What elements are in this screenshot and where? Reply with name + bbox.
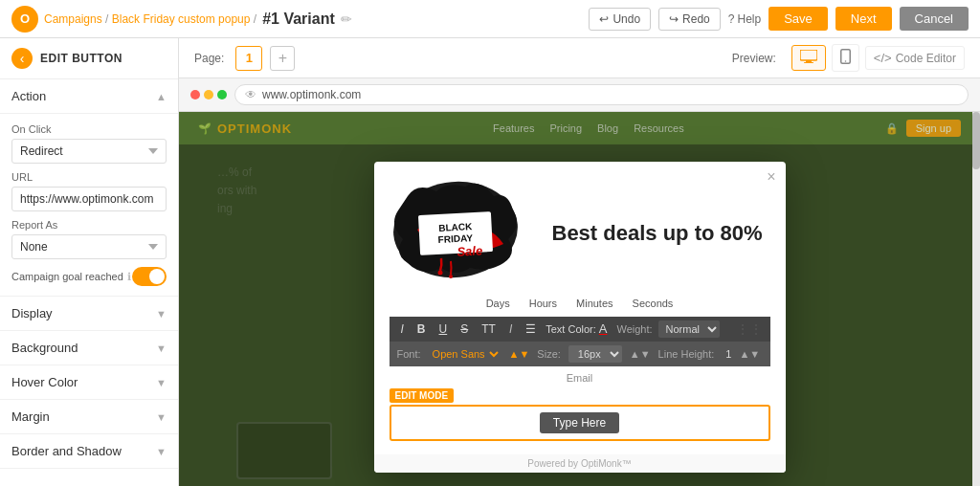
italic-button[interactable]: I [397, 321, 408, 337]
font-select[interactable]: Open Sans [429, 347, 501, 361]
dot-red [190, 90, 200, 99]
svg-point-11 [449, 275, 453, 278]
page-title-area: #1 Variant ✏ [262, 11, 352, 28]
breadcrumb: Campaigns / Black Friday custom popup / [44, 12, 256, 26]
popup-headline: Best deals up to 80% [552, 221, 763, 246]
code-editor-button[interactable]: </> Code Editor [865, 46, 965, 70]
timer-minutes: Minutes [576, 298, 613, 309]
tt-button[interactable]: TT [478, 321, 500, 337]
color-a-icon[interactable]: A [599, 321, 608, 336]
weight-label: Weight: [616, 323, 652, 335]
email-label: Email [390, 372, 770, 384]
line-height-value: 1 [725, 348, 731, 360]
svg-point-4 [845, 60, 847, 62]
desktop-preview-icon[interactable] [791, 45, 826, 71]
breadcrumb-campaigns[interactable]: Campaigns [44, 12, 102, 26]
italic2-button[interactable]: I [505, 321, 516, 337]
add-page-button[interactable]: + [270, 46, 295, 71]
section-border-shadow[interactable]: Border and Shadow ▼ [0, 434, 178, 469]
site-nav: 🌱 OPTIMONK Features Pricing Blog Resourc… [179, 112, 980, 144]
svg-point-10 [437, 270, 442, 275]
section-margin[interactable]: Margin ▼ [0, 400, 178, 434]
page-1-button[interactable]: 1 [235, 46, 262, 71]
info-icon[interactable]: ℹ [127, 271, 131, 283]
scroll-track[interactable] [972, 112, 980, 486]
popup-left: BLACK FRIDAY Sale [374, 162, 537, 298]
button-field[interactable]: Type Here [390, 405, 770, 441]
timer-hours: Hours [529, 298, 557, 309]
report-as-select[interactable]: None [11, 234, 167, 259]
chevron-down-icon: ▼ [156, 308, 167, 320]
size-select[interactable]: 16px [568, 345, 622, 363]
redo-button[interactable]: ↪ Redo [658, 8, 721, 31]
browser-dots [190, 90, 227, 99]
help-button[interactable]: ? Help [728, 12, 761, 26]
on-click-select[interactable]: Redirect [11, 139, 167, 164]
section-action[interactable]: Action ▲ [0, 79, 178, 114]
mobile-preview-icon[interactable] [832, 44, 859, 72]
help-icon: ? [728, 12, 735, 26]
edit-title-icon[interactable]: ✏ [341, 11, 352, 27]
breadcrumb-campaign-name[interactable]: Black Friday custom popup [112, 12, 251, 26]
svg-text:FRIDAY: FRIDAY [437, 232, 473, 245]
nav-link-pricing: Pricing [549, 122, 582, 134]
popup-overlay: × [179, 144, 980, 486]
popup-close-button[interactable]: × [767, 169, 775, 185]
avatar: O [11, 6, 38, 33]
timer-seconds: Seconds [633, 298, 674, 309]
weight-select[interactable]: Normal [658, 320, 720, 338]
site-logo-text: OPTIMONK [217, 122, 292, 136]
black-friday-badge: BLACK FRIDAY Sale [389, 177, 523, 282]
back-button[interactable]: ‹ [11, 48, 33, 69]
preview-icons: </> Code Editor [791, 44, 965, 72]
page-title: #1 Variant [262, 11, 335, 28]
url-input[interactable] [11, 187, 167, 211]
popup-top: BLACK FRIDAY Sale [374, 162, 786, 298]
site-logo-area: 🌱 OPTIMONK [198, 122, 292, 136]
save-button[interactable]: Save [768, 7, 828, 31]
svg-rect-2 [804, 62, 813, 63]
popup-right: Best deals up to 80% [537, 162, 786, 298]
font-label: Font: [397, 348, 421, 360]
text-color-label: Text Color: A [546, 321, 607, 336]
chevron-up-icon: ▲ [156, 91, 167, 102]
panel-title: EDIT BUTTON [40, 52, 122, 65]
text-toolbar: I B U S TT I ☰ Text Color: A [390, 317, 770, 342]
chevron-down-icon: ▼ [156, 342, 167, 354]
line-height-label: Line Height: [658, 348, 715, 360]
chevron-down-icon: ▼ [156, 411, 167, 423]
font-toolbar: Font: Open Sans ▲▼ Size: 16px [390, 342, 770, 366]
undo-icon: ↩ [599, 12, 609, 26]
on-click-label: On Click [11, 123, 167, 135]
browser-frame: 👁 www.optimonk.com 🌱 OPTIMONK Features P… [179, 78, 980, 486]
size-label: Size: [537, 348, 560, 360]
type-here-button[interactable]: Type Here [540, 412, 619, 433]
underline-button[interactable]: U [435, 321, 452, 337]
section-display[interactable]: Display ▼ [0, 297, 178, 331]
site-hero: St ers …% of ors with ing [179, 144, 980, 486]
nav-link-features: Features [493, 122, 534, 134]
campaign-goal-toggle[interactable] [132, 267, 167, 286]
popup-footer: Powered by OptiMonk™ [374, 454, 786, 473]
popup-bottom: Days Hours Minutes Seconds [374, 298, 786, 454]
nav-lock-icon: 🔒 [885, 122, 899, 135]
font-arrow-icon: ▲▼ [509, 348, 530, 360]
align-button[interactable]: ☰ [522, 321, 540, 337]
editor-toolbar: Page: 1 + Preview: </> Code Editor [179, 38, 980, 78]
top-bar-left: O Campaigns / Black Friday custom popup … [11, 6, 352, 33]
section-hover-color[interactable]: Hover Color ▼ [0, 365, 178, 400]
next-button[interactable]: Next [835, 7, 892, 31]
section-background[interactable]: Background ▼ [0, 331, 178, 365]
bold-button[interactable]: B [413, 321, 430, 337]
main-layout: ‹ EDIT BUTTON Action ▲ On Click Redirect… [0, 38, 980, 486]
scroll-thumb [972, 112, 980, 169]
left-panel: ‹ EDIT BUTTON Action ▲ On Click Redirect… [0, 38, 179, 486]
cancel-button[interactable]: Cancel [900, 7, 969, 31]
url-label: URL [11, 171, 167, 183]
strikethrough-button[interactable]: S [457, 321, 472, 337]
black-friday-svg: BLACK FRIDAY Sale [389, 177, 523, 282]
url-bar: 👁 www.optimonk.com [234, 84, 969, 105]
campaign-goal-label: Campaign goal reached [11, 271, 123, 282]
email-area: Email EDIT MODE Type Here [390, 372, 770, 441]
undo-button[interactable]: ↩ Undo [589, 8, 651, 31]
